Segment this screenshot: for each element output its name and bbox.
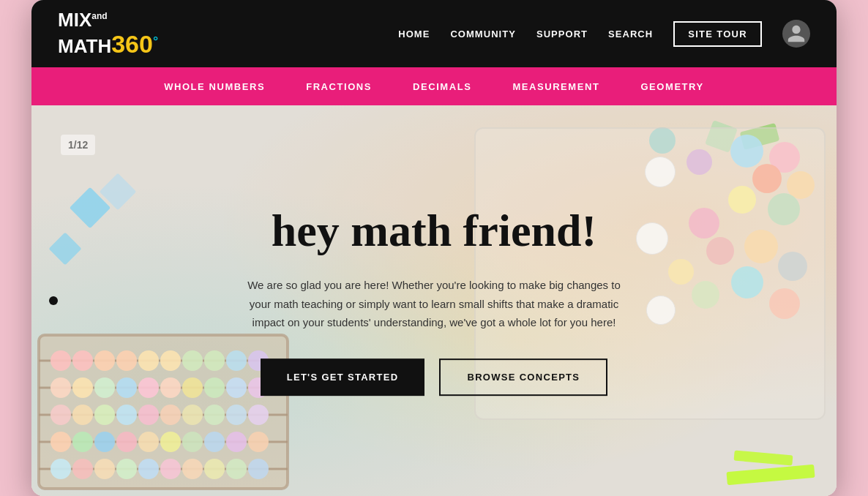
sub-navigation: WHOLE NUMBERS FRACTIONS DECIMALS MEASURE… [31, 67, 837, 105]
hero-title: hey math friend! [214, 206, 654, 255]
logo-math: MATH [58, 35, 111, 57]
hero-section: 1/12 [31, 105, 837, 496]
user-icon [786, 23, 807, 44]
hero-content: hey math friend! We are so glad you are … [214, 206, 654, 396]
nav-links: HOME COMMUNITY SUPPORT SEARCH SITE TOUR [398, 20, 810, 48]
get-started-button[interactable]: LET'S GET STARTED [261, 358, 425, 396]
browser-window: MIXand MATH360° HOME COMMUNITY SUPPORT S… [31, 0, 837, 496]
subnav-decimals[interactable]: DECIMALS [413, 81, 471, 92]
logo-degree: ° [153, 34, 158, 48]
user-avatar[interactable] [782, 20, 810, 48]
carousel-dot[interactable] [49, 296, 58, 305]
subnav-whole-numbers[interactable]: WHOLE NUMBERS [164, 81, 265, 92]
logo-360: 360 [111, 30, 153, 58]
nav-community[interactable]: COMMUNITY [450, 29, 516, 40]
site-tour-button[interactable]: SITE TOUR [673, 21, 762, 47]
nav-search[interactable]: SEARCH [608, 29, 653, 40]
browse-concepts-button[interactable]: BROWSE CONCEPTS [439, 358, 607, 396]
subnav-fractions[interactable]: FRACTIONS [306, 81, 372, 92]
subnav-measurement[interactable]: MEASUREMENT [512, 81, 599, 92]
subnav-geometry[interactable]: GEOMETRY [640, 81, 703, 92]
nav-home[interactable]: HOME [398, 29, 430, 40]
top-navigation: MIXand MATH360° HOME COMMUNITY SUPPORT S… [31, 0, 837, 67]
logo-and: and [91, 11, 107, 21]
hero-buttons: LET'S GET STARTED BROWSE CONCEPTS [214, 358, 654, 396]
hero-subtitle: We are so glad you are here! Whether you… [244, 276, 624, 332]
site-logo[interactable]: MIXand MATH360° [58, 10, 158, 58]
nav-support[interactable]: SUPPORT [536, 29, 588, 40]
logo-mix: MIX [58, 9, 91, 31]
